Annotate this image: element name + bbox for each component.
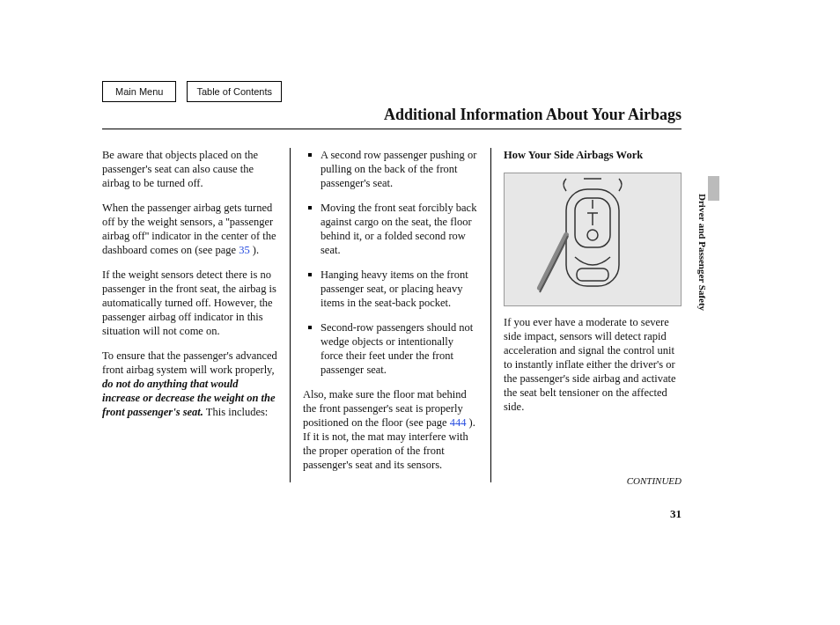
- paragraph: When the passenger airbag gets turned of…: [102, 201, 277, 257]
- nav-row: Main Menu Table of Contents: [102, 81, 282, 102]
- seat-airbag-icon: [505, 173, 681, 305]
- list-item: Second-row passengers should not wedge o…: [312, 320, 478, 377]
- column-3: How Your Side Airbags Work If you ever h…: [491, 148, 682, 482]
- list-item: A second row passenger pushing or pullin…: [312, 148, 478, 190]
- list-item: Hanging heavy items on the front passeng…: [312, 268, 478, 310]
- text: ).: [250, 244, 259, 256]
- paragraph: If you ever have a moderate to severe si…: [504, 315, 682, 414]
- page-number: 31: [670, 507, 682, 521]
- main-menu-button[interactable]: Main Menu: [102, 81, 176, 102]
- svg-rect-3: [577, 268, 608, 281]
- content-columns: Be aware that objects placed on the pass…: [102, 148, 682, 482]
- page-link-444[interactable]: 444: [450, 416, 467, 429]
- section-label: Driver and Passenger Safety: [697, 194, 708, 311]
- page-title: Additional Information About Your Airbag…: [384, 106, 682, 124]
- paragraph: If the weight sensors detect there is no…: [102, 268, 277, 338]
- airbag-illustration: [504, 173, 682, 306]
- paragraph: Be aware that objects placed on the pass…: [102, 148, 277, 190]
- text: To ensure that the passenger's advanced …: [102, 349, 277, 376]
- list-item: Moving the front seat forcibly back agai…: [312, 201, 478, 257]
- column-1: Be aware that objects placed on the pass…: [102, 148, 291, 482]
- column-2: A second row passenger pushing or pullin…: [291, 148, 491, 482]
- section-tab: [708, 176, 719, 201]
- subheading: How Your Side Airbags Work: [504, 148, 682, 162]
- text: Also, make sure the floor mat behind the…: [303, 388, 467, 429]
- svg-point-2: [587, 230, 598, 240]
- text: This includes:: [203, 406, 268, 418]
- bullet-list: A second row passenger pushing or pullin…: [303, 148, 478, 377]
- paragraph: Also, make sure the floor mat behind the…: [303, 387, 478, 472]
- title-rule: [102, 129, 682, 129]
- continued-label: CONTINUED: [627, 475, 682, 486]
- paragraph: To ensure that the passenger's advanced …: [102, 349, 277, 419]
- page-link-35[interactable]: 35: [239, 244, 250, 256]
- toc-button[interactable]: Table of Contents: [187, 81, 282, 102]
